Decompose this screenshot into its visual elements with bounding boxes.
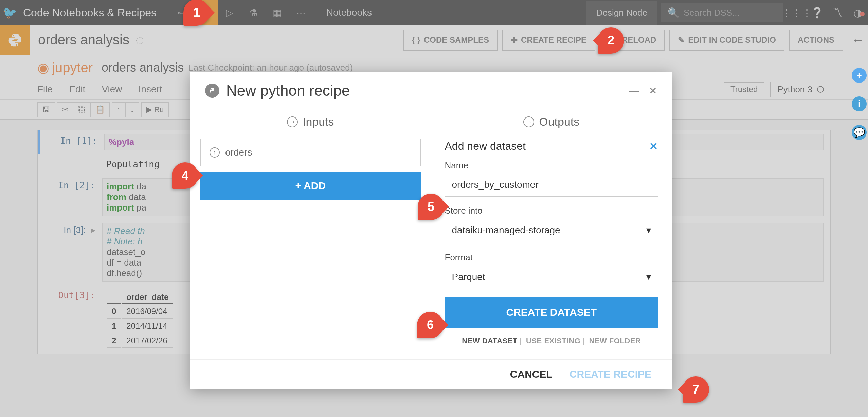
annotation-marker: 5: [418, 194, 444, 220]
add-icon[interactable]: +: [852, 68, 867, 83]
arrow-right-icon: →: [287, 116, 298, 127]
dataset-name-input[interactable]: orders_by_customer: [445, 173, 658, 197]
format-label: Format: [431, 248, 672, 265]
store-into-select[interactable]: dataiku-managed-storage▾: [445, 218, 658, 242]
arrow-right-icon: →: [523, 116, 534, 127]
python-icon: [205, 84, 219, 98]
outputs-column: →Outputs Add new dataset ✕ Name orders_b…: [431, 108, 672, 359]
store-label: Store into: [431, 201, 672, 218]
new-recipe-modal: New python recipe — ✕ →Inputs ↑ orders +…: [190, 72, 672, 389]
format-select[interactable]: Parquet▾: [445, 265, 658, 289]
create-dataset-button[interactable]: CREATE DATASET: [445, 297, 658, 328]
add-input-button[interactable]: + ADD: [200, 172, 421, 200]
float-icon-bar: + i 💬: [852, 68, 867, 140]
tab-use-existing[interactable]: USE EXISTING: [526, 337, 580, 345]
chat-icon[interactable]: 💬: [852, 125, 867, 140]
tab-new-dataset[interactable]: NEW DATASET: [462, 337, 518, 345]
tab-new-folder[interactable]: NEW FOLDER: [589, 337, 641, 345]
name-label: Name: [431, 156, 672, 173]
inputs-column: →Inputs ↑ orders + ADD: [190, 108, 431, 359]
annotation-marker: 4: [172, 162, 198, 189]
annotation-marker: 2: [598, 27, 624, 54]
chevron-down-icon: ▾: [646, 271, 651, 283]
minimize-icon[interactable]: —: [629, 85, 639, 96]
annotation-marker: 7: [683, 376, 709, 403]
close-icon[interactable]: ✕: [649, 85, 657, 96]
info-icon[interactable]: i: [852, 96, 867, 111]
input-dataset-item[interactable]: ↑ orders: [200, 139, 421, 166]
annotation-marker: 6: [417, 312, 444, 338]
close-icon[interactable]: ✕: [649, 140, 658, 153]
chevron-down-icon: ▾: [646, 224, 651, 236]
output-mode-tabs: NEW DATASET| USE EXISTING| NEW FOLDER: [431, 334, 672, 351]
dataset-icon: ↑: [210, 147, 220, 158]
create-recipe-button-disabled: CREATE RECIPE: [569, 368, 651, 380]
annotation-marker: 1: [183, 0, 210, 26]
add-dataset-heading: Add new dataset: [445, 140, 526, 153]
cancel-button[interactable]: CANCEL: [510, 368, 553, 380]
modal-title: New python recipe: [226, 82, 350, 99]
